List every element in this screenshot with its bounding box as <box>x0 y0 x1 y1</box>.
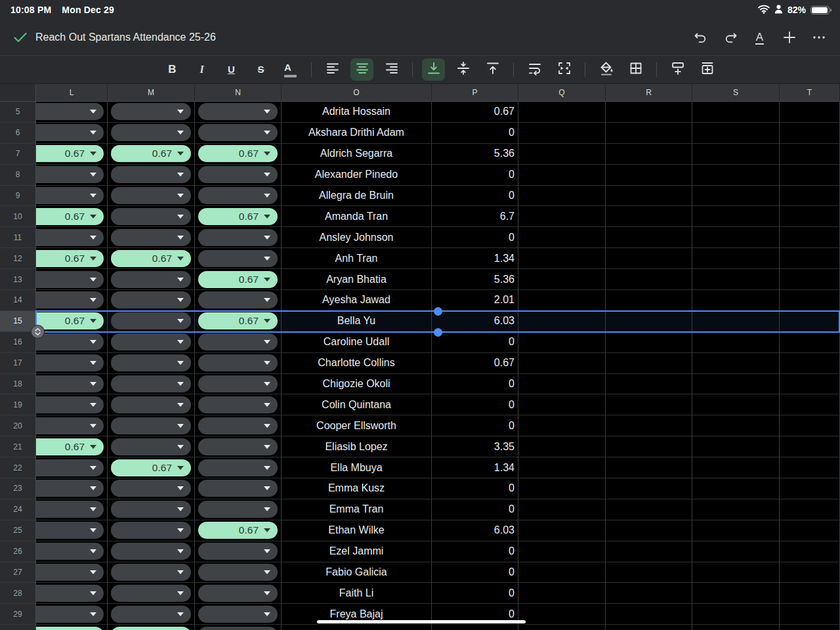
cell-M22[interactable]: 0.67 <box>108 457 195 478</box>
row-header-19[interactable]: 19 <box>0 394 36 415</box>
dropdown-pill-filled[interactable]: 0.67 <box>111 627 191 630</box>
dropdown-pill-empty[interactable] <box>36 103 104 120</box>
cell-N26[interactable] <box>195 541 282 562</box>
cell-R21[interactable] <box>606 436 692 457</box>
row-header-17[interactable]: 17 <box>0 353 36 374</box>
fill-color-button[interactable] <box>595 58 618 81</box>
dropdown-pill-empty[interactable] <box>36 459 104 476</box>
dropdown-pill-empty[interactable] <box>36 606 104 623</box>
cell-M27[interactable] <box>108 562 195 583</box>
cell-Q20[interactable] <box>518 415 606 436</box>
dropdown-pill-empty[interactable] <box>36 417 104 434</box>
cell-N13[interactable]: 0.67 <box>195 269 282 290</box>
cell-O21-name[interactable]: Eliasib Lopez <box>282 436 432 457</box>
selection-handle-top[interactable] <box>434 307 442 316</box>
cell-R23[interactable] <box>606 478 692 499</box>
row-header-7[interactable]: 7 <box>0 144 36 165</box>
cell-R7[interactable] <box>606 144 692 165</box>
dropdown-pill-empty[interactable] <box>111 501 191 518</box>
cell-Q10[interactable] <box>518 206 606 227</box>
dropdown-pill-empty[interactable] <box>36 585 104 602</box>
cell-S24[interactable] <box>692 499 780 520</box>
dropdown-pill-empty[interactable] <box>36 354 104 371</box>
dropdown-pill-empty[interactable] <box>36 166 104 183</box>
dropdown-pill-empty[interactable] <box>198 627 278 630</box>
cell-Q6[interactable] <box>518 123 606 144</box>
merge-cells-button[interactable] <box>553 58 576 81</box>
cell-T27[interactable] <box>780 562 840 583</box>
cell-P20-total[interactable]: 0 <box>432 415 518 436</box>
cell-Q15[interactable] <box>518 311 606 332</box>
cell-S28[interactable] <box>692 583 780 604</box>
cell-M5[interactable] <box>108 102 195 123</box>
dropdown-pill-empty[interactable] <box>111 271 191 288</box>
cell-T12[interactable] <box>780 248 840 269</box>
dropdown-pill-filled[interactable]: 0.67 <box>36 250 104 267</box>
cell-Q13[interactable] <box>518 269 606 290</box>
row-header-24[interactable]: 24 <box>0 499 36 520</box>
cell-S12[interactable] <box>692 248 780 269</box>
cell-O23-name[interactable]: Emma Kusz <box>282 478 432 499</box>
cell-Q25[interactable] <box>518 520 606 541</box>
cell-L11[interactable] <box>36 227 108 248</box>
cell-T5[interactable] <box>780 102 840 123</box>
cell-P11-total[interactable]: 0 <box>432 227 518 248</box>
cell-S21[interactable] <box>692 436 780 457</box>
cell-N15[interactable]: 0.67 <box>195 311 282 332</box>
dropdown-pill-empty[interactable] <box>111 417 191 434</box>
cell-Q12[interactable] <box>518 248 606 269</box>
row-header-23[interactable]: 23 <box>0 478 36 499</box>
cell-T7[interactable] <box>780 144 840 165</box>
cell-T15[interactable] <box>780 311 840 332</box>
cell-T13[interactable] <box>780 269 840 290</box>
cell-S5[interactable] <box>692 102 780 123</box>
cell-N16[interactable] <box>195 332 282 353</box>
cell-T9[interactable] <box>780 186 840 207</box>
cell-P19-total[interactable]: 0 <box>432 394 518 415</box>
cell-R14[interactable] <box>606 290 692 311</box>
cell-N23[interactable] <box>195 478 282 499</box>
cell-R8[interactable] <box>606 165 692 186</box>
cell-L22[interactable] <box>36 457 108 478</box>
dropdown-pill-empty[interactable] <box>198 438 278 455</box>
cell-O28-name[interactable]: Faith Li <box>282 583 432 604</box>
dropdown-pill-empty[interactable] <box>198 229 278 246</box>
cell-O22-name[interactable]: Ella Mbuya <box>282 457 432 478</box>
italic-button[interactable]: I <box>190 58 213 81</box>
cell-O27-name[interactable]: Fabio Galicia <box>282 562 432 583</box>
cell-M13[interactable] <box>108 269 195 290</box>
cell-R27[interactable] <box>606 562 692 583</box>
align-right-button[interactable] <box>380 58 403 81</box>
dropdown-pill-empty[interactable] <box>111 585 191 602</box>
cell-L6[interactable] <box>36 123 108 144</box>
undo-button[interactable] <box>686 23 715 52</box>
dropdown-pill-filled[interactable]: 0.67 <box>36 312 104 329</box>
dropdown-pill-filled[interactable]: 0.67 <box>111 145 191 162</box>
cell-P18-total[interactable]: 0 <box>432 374 518 395</box>
dropdown-pill-empty[interactable] <box>111 480 191 497</box>
dropdown-pill-empty[interactable] <box>111 354 191 371</box>
insert-row-button[interactable] <box>666 58 689 81</box>
column-header-L[interactable]: L <box>36 84 108 102</box>
cell-S23[interactable] <box>692 478 780 499</box>
cell-S14[interactable] <box>692 290 780 311</box>
cell-S8[interactable] <box>692 165 780 186</box>
wrap-text-button[interactable] <box>523 58 546 81</box>
dropdown-pill-empty[interactable] <box>198 417 278 434</box>
cell-Q22[interactable] <box>518 457 606 478</box>
cell-S18[interactable] <box>692 374 780 395</box>
cell-T30[interactable] <box>780 625 840 630</box>
row-header-30[interactable]: 30 <box>0 625 36 630</box>
cell-S22[interactable] <box>692 457 780 478</box>
cell-L15[interactable]: 0.67 <box>36 311 108 332</box>
row-header-25[interactable]: 25 <box>0 520 36 541</box>
cell-O5-name[interactable]: Adrita Hossain <box>282 102 432 123</box>
cell-N5[interactable] <box>195 102 282 123</box>
cell-M23[interactable] <box>108 478 195 499</box>
cell-Q11[interactable] <box>518 227 606 248</box>
dropdown-pill-empty[interactable] <box>198 396 278 413</box>
cell-N27[interactable] <box>195 562 282 583</box>
cell-M19[interactable] <box>108 394 195 415</box>
cell-M9[interactable] <box>108 186 195 207</box>
cell-L19[interactable] <box>36 394 108 415</box>
